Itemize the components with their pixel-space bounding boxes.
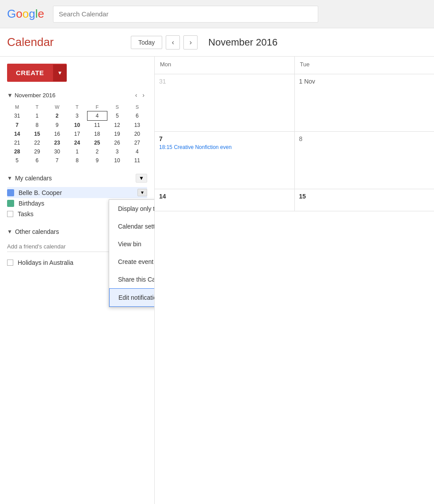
mini-day-9[interactable]: 9 — [47, 121, 67, 130]
my-calendars-toggle[interactable]: ▼ — [7, 175, 12, 181]
mini-cal-next[interactable]: › — [140, 91, 147, 99]
mini-day-20[interactable]: 20 — [127, 130, 147, 138]
mini-day-24[interactable]: 24 — [67, 138, 87, 147]
tasks-checkbox[interactable] — [7, 211, 13, 217]
mini-day-21[interactable]: 21 — [7, 138, 27, 147]
dropdown-item-edit-notifications[interactable]: Edit notifications — [109, 288, 155, 307]
main-layout: CREATE ▼ ▼ November 2016 ‹ › M T W T F — [0, 57, 434, 504]
calendar-header-row: Mon Tue — [155, 57, 434, 74]
dropdown-item-settings[interactable]: Calendar settings — [109, 218, 155, 235]
mini-day-11-dec[interactable]: 11 — [127, 156, 147, 165]
cal-cell-nov8[interactable]: 8 — [295, 132, 434, 189]
belle-cal-name: Belle B. Cooper — [19, 189, 62, 196]
sidebar: CREATE ▼ ▼ November 2016 ‹ › M T W T F — [0, 57, 155, 504]
day-header-t2: T — [67, 103, 87, 111]
mini-day-15[interactable]: 15 — [27, 130, 47, 138]
calendar-grid: Mon Tue 31 1 Nov 7 18:15 Creative Nonfic… — [155, 57, 434, 504]
cal-cell-oct31[interactable]: 31 — [155, 74, 295, 131]
mini-day-8-dec[interactable]: 8 — [67, 156, 87, 165]
week-row: 14 15 16 17 18 19 20 — [7, 130, 147, 138]
dropdown-item-share[interactable]: Share this Calendar — [109, 271, 155, 288]
mini-day-28[interactable]: 28 — [7, 147, 27, 156]
week-row: 28 29 30 1 2 3 4 — [7, 147, 147, 156]
create-dropdown-arrow[interactable]: ▼ — [53, 65, 67, 81]
mini-day-23[interactable]: 23 — [47, 138, 67, 147]
mini-day-8[interactable]: 8 — [27, 121, 47, 130]
mini-day-16[interactable]: 16 — [47, 130, 67, 138]
mini-day-17[interactable]: 17 — [67, 130, 87, 138]
mini-day-29[interactable]: 29 — [27, 147, 47, 156]
mini-day-9-dec[interactable]: 9 — [87, 156, 107, 165]
search-bar[interactable] — [53, 6, 318, 23]
mini-day-22[interactable]: 22 — [27, 138, 47, 147]
mini-day-6[interactable]: 6 — [127, 111, 147, 121]
mini-day-31-oct[interactable]: 31 — [7, 111, 27, 121]
mini-cal-title: November 2016 — [15, 92, 133, 99]
mini-day-14[interactable]: 14 — [7, 130, 27, 138]
mini-day-26[interactable]: 26 — [107, 138, 127, 147]
mini-day-7[interactable]: 7 — [7, 121, 27, 130]
mini-day-12[interactable]: 12 — [107, 121, 127, 130]
prev-button[interactable]: ‹ — [166, 35, 180, 50]
cal-cell-nov7[interactable]: 7 18:15 Creative Nonfiction even — [155, 132, 295, 189]
today-button[interactable]: Today — [131, 36, 162, 49]
mini-cal-prev[interactable]: ‹ — [133, 91, 140, 99]
other-calendars-toggle[interactable]: ▼ — [7, 229, 12, 235]
mini-cal-toggle[interactable]: ▼ — [7, 92, 13, 99]
create-button[interactable]: CREATE ▼ — [7, 64, 67, 82]
week-row: 31 1 2 3 4 5 6 — [7, 111, 147, 121]
mini-day-2[interactable]: 2 — [47, 111, 67, 121]
event-title: Creative Nonfiction even — [174, 144, 232, 150]
next-button[interactable]: › — [183, 35, 198, 50]
holidays-checkbox[interactable] — [7, 260, 13, 266]
mini-calendar-grid: M T W T F S S 31 1 2 3 4 — [7, 103, 147, 165]
mini-day-1-dec[interactable]: 1 — [67, 147, 87, 156]
week-row: 21 22 23 24 25 26 27 — [7, 138, 147, 147]
mini-day-10[interactable]: 10 — [67, 121, 87, 130]
mini-day-13[interactable]: 13 — [127, 121, 147, 130]
holidays-cal-name: Holidays in Australia — [18, 259, 73, 266]
mini-day-11[interactable]: 11 — [87, 121, 107, 130]
cal-cell-nov1[interactable]: 1 Nov — [295, 74, 434, 131]
cal-cell-nov14[interactable]: 14 — [155, 189, 295, 211]
mini-day-5-dec[interactable]: 5 — [7, 156, 27, 165]
mini-day-3[interactable]: 3 — [67, 111, 87, 121]
day-header-f: F — [87, 103, 107, 111]
mini-day-7-dec[interactable]: 7 — [47, 156, 67, 165]
dropdown-item-create-event[interactable]: Create event on this calendar — [109, 253, 155, 271]
mini-day-4[interactable]: 4 — [87, 111, 107, 121]
current-month: November 2016 — [208, 37, 278, 48]
search-input[interactable] — [59, 10, 312, 18]
create-label: CREATE — [7, 64, 53, 82]
belle-dropdown-btn[interactable]: ▼ — [137, 189, 147, 196]
day-header-m: M — [7, 103, 27, 111]
calendar-item-belle[interactable]: Belle B. Cooper ▼ Display only this Cale… — [7, 187, 147, 198]
page-title: Calendar — [7, 35, 131, 49]
google-logo: Google — [7, 7, 44, 21]
mini-day-19[interactable]: 19 — [107, 130, 127, 138]
sub-header: Calendar Today ‹ › November 2016 — [0, 28, 434, 57]
event-creative-nonfiction[interactable]: 18:15 Creative Nonfiction even — [159, 144, 290, 150]
day-header-s1: S — [107, 103, 127, 111]
header: Google — [0, 0, 434, 28]
mini-day-6-dec[interactable]: 6 — [27, 156, 47, 165]
mini-calendar-header: ▼ November 2016 ‹ › — [7, 91, 147, 99]
my-calendars-settings-btn[interactable]: ▼ — [136, 174, 147, 183]
day-header-w: W — [47, 103, 67, 111]
mini-day-5[interactable]: 5 — [107, 111, 127, 121]
mini-day-3-dec[interactable]: 3 — [107, 147, 127, 156]
dropdown-item-view-bin[interactable]: View bin — [109, 235, 155, 253]
mini-day-30[interactable]: 30 — [47, 147, 67, 156]
mini-day-25[interactable]: 25 — [87, 138, 107, 147]
mini-day-10-dec[interactable]: 10 — [107, 156, 127, 165]
mini-day-1[interactable]: 1 — [27, 111, 47, 121]
belle-color-indicator — [7, 189, 14, 196]
day-header-s2: S — [127, 103, 147, 111]
calendar-dropdown-menu: Display only this Calendar Calendar sett… — [109, 199, 155, 307]
mini-day-4-dec[interactable]: 4 — [127, 147, 147, 156]
dropdown-item-display-only[interactable]: Display only this Calendar — [109, 200, 155, 218]
mini-day-18[interactable]: 18 — [87, 130, 107, 138]
mini-day-27[interactable]: 27 — [127, 138, 147, 147]
cal-cell-nov15[interactable]: 15 — [295, 189, 434, 211]
mini-day-2-dec[interactable]: 2 — [87, 147, 107, 156]
